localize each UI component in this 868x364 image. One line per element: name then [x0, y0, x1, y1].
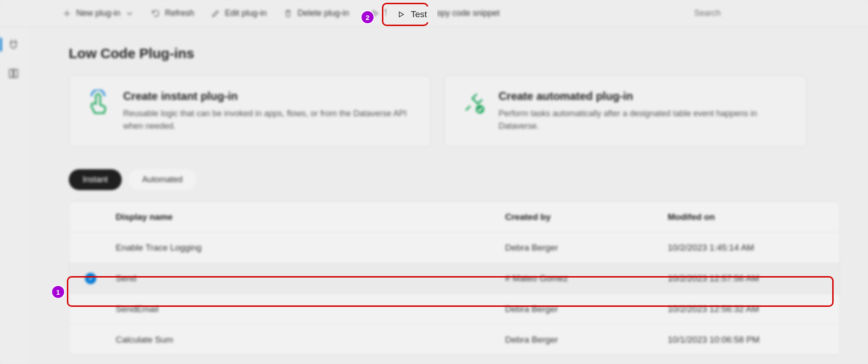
- col-display-name[interactable]: Display name: [116, 212, 505, 222]
- table-row[interactable]: Calculate Sum Debra Berger 10/1/2023 10:…: [69, 324, 840, 355]
- cell-name: Send: [116, 273, 505, 284]
- col-modified-on[interactable]: Modifed on: [668, 212, 835, 222]
- toolbar: New plug-in Refresh Edit plug-in Delete …: [0, 0, 868, 27]
- page-title: Low Code Plug-ins: [69, 46, 840, 61]
- table-row[interactable]: Send # Mateo Gomez 10/2/2023 12:57:56 AM: [69, 263, 840, 294]
- cell-createdby: # Mateo Gomez: [505, 273, 668, 284]
- new-plugin-button[interactable]: New plug-in: [56, 5, 141, 22]
- cell-name: Calculate Sum: [116, 335, 505, 345]
- delete-label: Delete plug-in: [297, 8, 349, 18]
- tab-automated[interactable]: Automated: [128, 169, 197, 190]
- refresh-icon: [151, 9, 160, 18]
- plugin-table: Display name Created by Modifed on Enabl…: [69, 201, 840, 356]
- edit-label: Edit plug-in: [225, 8, 267, 18]
- card-instant-plugin[interactable]: Create instant plug-in Reusable logic th…: [69, 75, 431, 147]
- card-instant-desc: Reusable logic that can be invoked in ap…: [123, 107, 415, 132]
- copy-label: Copy code snippet: [430, 8, 500, 18]
- cell-createdby: Debra Berger: [505, 335, 668, 345]
- cell-modified: 10/2/2023 1:45:14 AM: [668, 243, 835, 253]
- card-automated-title: Create automated plug-in: [499, 90, 790, 103]
- copy-icon: [416, 9, 426, 18]
- table-row[interactable]: SendEmail Debra Berger 10/2/2023 12:56:3…: [69, 294, 840, 324]
- rail-plugins[interactable]: [0, 35, 27, 52]
- book-icon: [7, 67, 20, 79]
- chevron-down-icon: [125, 9, 134, 18]
- hamburger-icon[interactable]: [8, 5, 25, 22]
- cell-createdby: Debra Berger: [505, 304, 668, 314]
- cell-name: SendEmail: [116, 304, 505, 314]
- cell-createdby: Debra Berger: [505, 243, 668, 253]
- svg-rect-0: [420, 12, 424, 16]
- card-automated-plugin[interactable]: Create automated plug-in Perform tasks a…: [444, 75, 807, 147]
- tap-icon: [85, 90, 111, 116]
- plus-icon: [62, 9, 72, 18]
- col-created-by[interactable]: Created by: [505, 212, 668, 222]
- tab-instant[interactable]: Instant: [69, 169, 122, 190]
- delete-plugin-button[interactable]: Delete plug-in: [277, 5, 355, 22]
- cell-name: Enable Trace Logging: [116, 243, 505, 253]
- card-instant-title: Create instant plug-in: [123, 90, 415, 103]
- edit-plugin-button[interactable]: Edit plug-in: [204, 5, 273, 22]
- play-icon: [370, 9, 380, 18]
- plug-icon: [7, 38, 20, 50]
- pencil-icon: [211, 9, 220, 18]
- plug-auto-icon: [460, 90, 487, 116]
- copy-snippet-button[interactable]: Copy code snippet: [410, 5, 506, 22]
- tabs: Instant Automated: [69, 169, 840, 190]
- left-rail: [0, 27, 27, 364]
- checkmark-icon[interactable]: [85, 273, 96, 284]
- cell-modified: 10/1/2023 10:06:58 PM: [668, 335, 835, 345]
- test-button[interactable]: Test: [364, 5, 406, 22]
- cell-modified: 10/2/2023 12:57:56 AM: [668, 273, 835, 284]
- table-header: Display name Created by Modifed on: [69, 202, 840, 232]
- table-row[interactable]: Enable Trace Logging Debra Berger 10/2/2…: [69, 232, 840, 263]
- trash-icon: [283, 9, 293, 18]
- refresh-label: Refresh: [165, 8, 194, 18]
- rail-library[interactable]: [0, 65, 27, 82]
- main-content: Low Code Plug-ins Create instant plug-in…: [27, 27, 868, 364]
- search-input[interactable]: [688, 4, 860, 23]
- test-label: Test: [384, 8, 400, 18]
- new-plugin-label: New plug-in: [76, 8, 120, 18]
- refresh-button[interactable]: Refresh: [145, 5, 201, 22]
- cell-modified: 10/2/2023 12:56:32 AM: [668, 304, 835, 314]
- card-automated-desc: Perform tasks automatically after a desi…: [499, 107, 790, 132]
